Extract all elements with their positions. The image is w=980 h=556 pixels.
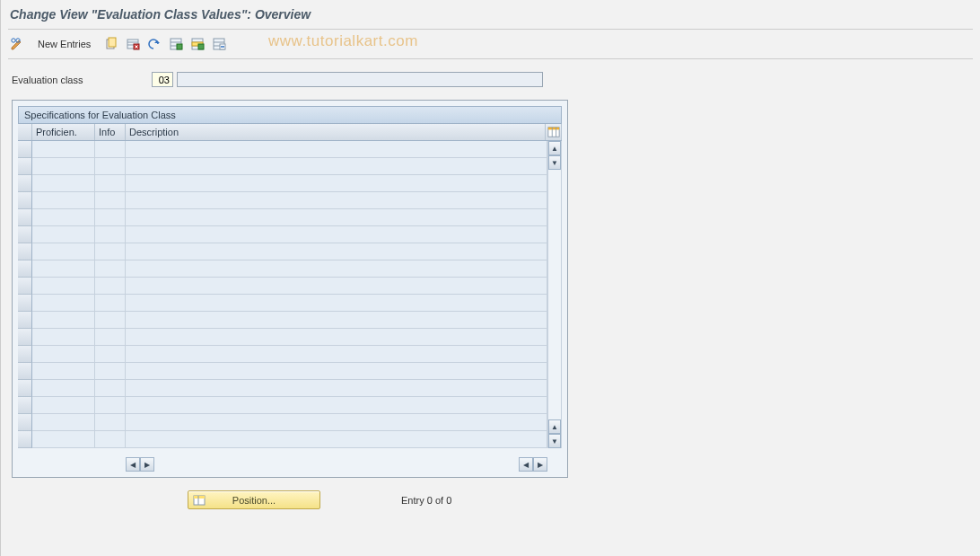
cell-proficien[interactable] <box>32 209 95 226</box>
new-entries-button[interactable]: New Entries <box>30 36 99 52</box>
table-row[interactable] <box>18 209 547 226</box>
column-header-proficien[interactable]: Proficien. <box>32 124 95 140</box>
vertical-scrollbar[interactable]: ▲ ▼ ▲ ▼ <box>547 141 562 448</box>
table-row[interactable] <box>18 346 547 363</box>
cell-description[interactable] <box>126 141 547 158</box>
cell-description[interactable] <box>126 243 547 260</box>
cell-description[interactable] <box>126 226 547 243</box>
horizontal-scrollbar[interactable]: ◀ ▶ ◀ ▶ <box>18 457 562 472</box>
cell-description[interactable] <box>126 278 547 295</box>
row-selector[interactable] <box>18 158 32 175</box>
cell-proficien[interactable] <box>32 141 95 158</box>
cell-proficien[interactable] <box>32 295 95 312</box>
row-selector[interactable] <box>18 243 32 260</box>
scroll-track[interactable] <box>548 170 561 419</box>
cell-info[interactable] <box>95 295 126 312</box>
cell-info[interactable] <box>95 209 126 226</box>
row-selector[interactable] <box>18 260 32 278</box>
cell-info[interactable] <box>95 431 126 448</box>
cell-proficien[interactable] <box>32 243 95 260</box>
table-row[interactable] <box>18 243 547 260</box>
cell-info[interactable] <box>95 192 126 209</box>
table-row[interactable] <box>18 175 547 192</box>
table-row[interactable] <box>18 192 547 209</box>
row-selector[interactable] <box>18 380 32 397</box>
hscroll-right-step-button[interactable]: ◀ <box>519 457 533 472</box>
cell-description[interactable] <box>126 209 547 226</box>
cell-proficien[interactable] <box>32 312 95 329</box>
scroll-up-button[interactable]: ▲ <box>548 141 561 155</box>
cell-proficien[interactable] <box>32 175 95 192</box>
hscroll-left-step-button[interactable]: ▶ <box>140 457 154 472</box>
evaluation-class-desc-input[interactable] <box>177 72 543 87</box>
cell-info[interactable] <box>95 312 126 329</box>
cell-info[interactable] <box>95 380 126 397</box>
cell-description[interactable] <box>126 346 547 363</box>
cell-description[interactable] <box>126 431 547 448</box>
table-row[interactable] <box>18 329 547 346</box>
row-selector[interactable] <box>18 397 32 414</box>
table-row[interactable] <box>18 414 547 431</box>
table-row[interactable] <box>18 278 547 295</box>
column-header-info[interactable]: Info <box>95 124 126 140</box>
configure-columns-button[interactable] <box>546 124 562 140</box>
table-row[interactable] <box>18 431 547 448</box>
scroll-up-step-button[interactable]: ▼ <box>548 155 561 170</box>
cell-info[interactable] <box>95 278 126 295</box>
cell-proficien[interactable] <box>32 158 95 175</box>
cell-info[interactable] <box>95 141 126 158</box>
cell-info[interactable] <box>95 397 126 414</box>
toggle-display-change-button[interactable] <box>8 35 26 53</box>
copy-as-button[interactable] <box>102 35 120 53</box>
cell-description[interactable] <box>126 158 547 175</box>
table-row[interactable] <box>18 397 547 414</box>
cell-info[interactable] <box>95 226 126 243</box>
cell-info[interactable] <box>95 363 126 380</box>
position-button[interactable]: Position... <box>188 490 320 509</box>
cell-description[interactable] <box>126 312 547 329</box>
table-row[interactable] <box>18 295 547 312</box>
row-selector[interactable] <box>18 312 32 329</box>
cell-proficien[interactable] <box>32 346 95 363</box>
cell-proficien[interactable] <box>32 329 95 346</box>
delete-button[interactable] <box>124 35 142 53</box>
row-selector[interactable] <box>18 175 32 192</box>
cell-description[interactable] <box>126 175 547 192</box>
cell-description[interactable] <box>126 329 547 346</box>
scroll-down-button[interactable]: ▼ <box>548 434 561 448</box>
row-selector[interactable] <box>18 346 32 363</box>
cell-info[interactable] <box>95 329 126 346</box>
cell-proficien[interactable] <box>32 226 95 243</box>
evaluation-class-input[interactable] <box>152 72 173 87</box>
cell-info[interactable] <box>95 260 126 278</box>
row-selector-header[interactable] <box>18 124 32 140</box>
row-selector[interactable] <box>18 192 32 209</box>
cell-description[interactable] <box>126 397 547 414</box>
table-row[interactable] <box>18 312 547 329</box>
row-selector[interactable] <box>18 414 32 431</box>
deselect-all-button[interactable] <box>210 35 228 53</box>
cell-description[interactable] <box>126 363 547 380</box>
cell-proficien[interactable] <box>32 192 95 209</box>
cell-info[interactable] <box>95 243 126 260</box>
cell-info[interactable] <box>95 346 126 363</box>
cell-proficien[interactable] <box>32 260 95 278</box>
row-selector[interactable] <box>18 295 32 312</box>
table-row[interactable] <box>18 158 547 175</box>
row-selector[interactable] <box>18 431 32 448</box>
cell-info[interactable] <box>95 158 126 175</box>
table-row[interactable] <box>18 260 547 278</box>
row-selector[interactable] <box>18 329 32 346</box>
select-block-button[interactable] <box>188 35 206 53</box>
row-selector[interactable] <box>18 363 32 380</box>
row-selector[interactable] <box>18 209 32 226</box>
cell-info[interactable] <box>95 414 126 431</box>
row-selector[interactable] <box>18 278 32 295</box>
cell-description[interactable] <box>126 260 547 278</box>
table-row[interactable] <box>18 141 547 158</box>
cell-description[interactable] <box>126 380 547 397</box>
table-row[interactable] <box>18 363 547 380</box>
select-all-button[interactable] <box>167 35 185 53</box>
cell-proficien[interactable] <box>32 397 95 414</box>
column-header-description[interactable]: Description <box>126 124 546 140</box>
